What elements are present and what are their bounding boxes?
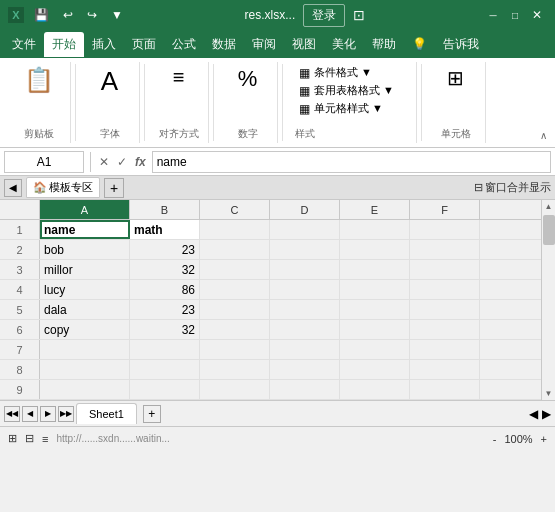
sheet-add-button[interactable]: + [143,405,161,423]
window-restore-icon[interactable]: ⊡ [353,7,365,23]
cell-a4[interactable]: lucy [40,280,130,299]
lines-view-icon[interactable]: ≡ [42,433,48,445]
cell-e5[interactable] [340,300,410,319]
cell-e3[interactable] [340,260,410,279]
cell-e2[interactable] [340,240,410,259]
redo-icon[interactable]: ↪ [83,6,101,24]
cell-e8[interactable] [340,360,410,379]
cell-b5[interactable]: 23 [130,300,200,319]
menu-tellme[interactable]: 告诉我 [435,32,487,57]
menu-home[interactable]: 开始 [44,32,84,57]
cell-e9[interactable] [340,380,410,399]
cell-a5[interactable]: dala [40,300,130,319]
cell-d8[interactable] [270,360,340,379]
alignment-button[interactable]: ≡ [165,64,193,91]
cell-d1[interactable] [270,220,340,239]
font-button[interactable]: A [93,64,126,99]
cell-f6[interactable] [410,320,480,339]
undo-icon[interactable]: ↩ [59,6,77,24]
tab-nav-left[interactable]: ◀ [4,179,22,197]
cell-b6[interactable]: 32 [130,320,200,339]
cell-c5[interactable] [200,300,270,319]
cell-b2[interactable]: 23 [130,240,200,259]
layout-view-icon[interactable]: ⊟ [25,432,34,445]
cell-e6[interactable] [340,320,410,339]
col-header-c[interactable]: C [200,200,270,219]
sheet-tab-1[interactable]: Sheet1 [76,403,137,424]
menu-lightbulb[interactable]: 💡 [404,33,435,55]
cell-d9[interactable] [270,380,340,399]
cell-e7[interactable] [340,340,410,359]
cell-c6[interactable] [200,320,270,339]
close-button[interactable]: ✕ [527,5,547,25]
formula-confirm-icon[interactable]: ✓ [115,153,129,171]
menu-review[interactable]: 审阅 [244,32,284,57]
menu-file[interactable]: 文件 [4,32,44,57]
menu-help[interactable]: 帮助 [364,32,404,57]
sheet-nav-last[interactable]: ▶▶ [58,406,74,422]
paste-button[interactable]: 📋 [16,64,62,96]
maximize-button[interactable]: □ [505,5,525,25]
cell-d3[interactable] [270,260,340,279]
cell-d4[interactable] [270,280,340,299]
cell-d2[interactable] [270,240,340,259]
cell-e4[interactable] [340,280,410,299]
table-format-button[interactable]: ▦ 套用表格格式 ▼ [295,82,398,99]
cell-b1[interactable]: math [130,220,200,239]
cell-a7[interactable] [40,340,130,359]
cell-reference-input[interactable] [4,151,84,173]
save-icon[interactable]: 💾 [30,6,53,24]
cell-b3[interactable]: 32 [130,260,200,279]
col-header-b[interactable]: B [130,200,200,219]
menu-view[interactable]: 视图 [284,32,324,57]
cell-c9[interactable] [200,380,270,399]
scroll-thumb[interactable] [543,215,555,245]
cell-d6[interactable] [270,320,340,339]
cell-f8[interactable] [410,360,480,379]
cell-a8[interactable] [40,360,130,379]
cell-a6[interactable]: copy [40,320,130,339]
sheet-nav-prev[interactable]: ◀ [22,406,38,422]
formula-cancel-icon[interactable]: ✕ [97,153,111,171]
cell-c1[interactable] [200,220,270,239]
formula-fx-icon[interactable]: fx [133,153,148,171]
menu-page[interactable]: 页面 [124,32,164,57]
cell-f9[interactable] [410,380,480,399]
cell-f5[interactable] [410,300,480,319]
cell-f1[interactable] [410,220,480,239]
col-header-f[interactable]: F [410,200,480,219]
menu-formula[interactable]: 公式 [164,32,204,57]
minimize-button[interactable]: ─ [483,5,503,25]
scroll-up-arrow[interactable]: ▲ [543,200,555,213]
sheet-nav-next[interactable]: ▶ [40,406,56,422]
cell-c2[interactable] [200,240,270,259]
cell-f2[interactable] [410,240,480,259]
scroll-down-arrow[interactable]: ▼ [543,387,555,400]
menu-beautify[interactable]: 美化 [324,32,364,57]
sheet-nav-first[interactable]: ◀◀ [4,406,20,422]
cell-style-button[interactable]: ▦ 单元格样式 ▼ [295,100,398,117]
cell-f7[interactable] [410,340,480,359]
login-button[interactable]: 登录 [303,4,345,27]
cell-a2[interactable]: bob [40,240,130,259]
cell-a1[interactable]: name [40,220,130,239]
cell-a9[interactable] [40,380,130,399]
vertical-scrollbar[interactable]: ▲ ▼ [541,200,555,400]
cell-d5[interactable] [270,300,340,319]
conditional-format-button[interactable]: ▦ 条件格式 ▼ [295,64,398,81]
tab-add-button[interactable]: + [104,178,124,198]
cell-b4[interactable]: 86 [130,280,200,299]
collapse-arrow-icon[interactable]: ∧ [540,130,547,141]
cell-e1[interactable] [340,220,410,239]
cell-c7[interactable] [200,340,270,359]
formula-input[interactable] [152,151,551,173]
sheet-nav-icon[interactable]: ◀ [529,407,538,421]
cell-c8[interactable] [200,360,270,379]
cell-b8[interactable] [130,360,200,379]
zoom-minus-button[interactable]: - [493,433,497,445]
zoom-plus-button[interactable]: + [541,433,547,445]
grid-view-icon[interactable]: ⊞ [8,432,17,445]
col-header-d[interactable]: D [270,200,340,219]
cell-f4[interactable] [410,280,480,299]
menu-insert[interactable]: 插入 [84,32,124,57]
